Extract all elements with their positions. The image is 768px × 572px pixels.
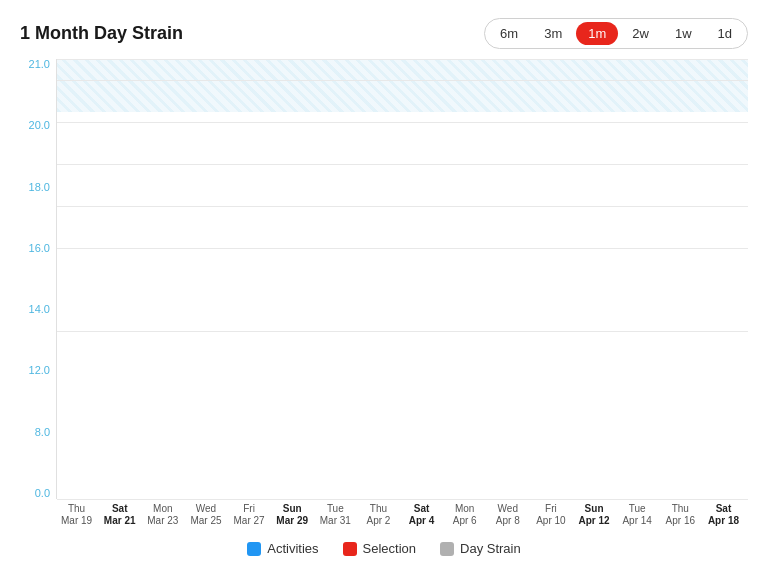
y-axis-label: 18.0 (29, 182, 50, 193)
bar-group (232, 59, 273, 499)
bar-group (318, 59, 359, 499)
grid-line (57, 499, 748, 500)
time-controls: 6m3m1m2w1w1d (484, 18, 748, 49)
x-day-label: Mon (153, 503, 172, 515)
chart-area: 21.020.018.016.014.012.08.00.0 ThuMar 19… (20, 59, 748, 535)
x-label-group: FriApr 10 (530, 499, 571, 535)
bar-group (703, 59, 744, 499)
time-btn-6m[interactable]: 6m (488, 22, 530, 45)
time-btn-1m[interactable]: 1m (576, 22, 618, 45)
y-axis-label: 8.0 (35, 427, 50, 438)
bar-group (446, 59, 487, 499)
bar-group (618, 59, 659, 499)
time-btn-3m[interactable]: 3m (532, 22, 574, 45)
x-day-label: Wed (498, 503, 518, 515)
x-date-label: Apr 4 (409, 515, 435, 527)
x-date-label: Apr 12 (579, 515, 610, 527)
x-day-label: Sat (112, 503, 128, 515)
bar-group (404, 59, 445, 499)
bar-group (575, 59, 616, 499)
x-date-label: Apr 2 (366, 515, 390, 527)
x-date-label: Apr 10 (536, 515, 565, 527)
x-label-group: MonApr 6 (444, 499, 485, 535)
legend-activities: Activities (247, 541, 318, 556)
legend-dot-activities (247, 542, 261, 556)
legend-activities-label: Activities (267, 541, 318, 556)
x-day-label: Thu (370, 503, 387, 515)
x-day-label: Sat (716, 503, 732, 515)
x-label-group: SatMar 21 (99, 499, 140, 535)
x-day-label: Fri (545, 503, 557, 515)
bar-group (275, 59, 316, 499)
x-label-group: SatApr 18 (703, 499, 744, 535)
x-day-label: Sat (414, 503, 430, 515)
x-date-label: Mar 19 (61, 515, 92, 527)
y-axis: 21.020.018.016.014.012.08.00.0 (20, 59, 56, 535)
x-label-group: WedMar 25 (185, 499, 226, 535)
legend-selection: Selection (343, 541, 416, 556)
x-label-group: ThuApr 2 (358, 499, 399, 535)
y-axis-label: 0.0 (35, 488, 50, 499)
x-day-label: Mon (455, 503, 474, 515)
chart-inner: ThuMar 19SatMar 21MonMar 23WedMar 25FriM… (56, 59, 748, 535)
x-date-label: Apr 14 (622, 515, 651, 527)
x-label-group: TueMar 31 (315, 499, 356, 535)
x-day-label: Wed (196, 503, 216, 515)
x-day-label: Tue (327, 503, 344, 515)
x-label-group: ThuMar 19 (56, 499, 97, 535)
x-date-label: Apr 6 (453, 515, 477, 527)
x-day-label: Tue (629, 503, 646, 515)
bar-group (660, 59, 701, 499)
chart-title: 1 Month Day Strain (20, 23, 183, 44)
time-btn-1d[interactable]: 1d (706, 22, 744, 45)
x-date-label: Apr 18 (708, 515, 739, 527)
legend-day-strain: Day Strain (440, 541, 521, 556)
chart-header: 1 Month Day Strain 6m3m1m2w1w1d (20, 18, 748, 49)
y-axis-label: 20.0 (29, 120, 50, 131)
x-label-group: TueApr 14 (617, 499, 658, 535)
x-date-label: Mar 29 (276, 515, 308, 527)
time-btn-2w[interactable]: 2w (620, 22, 661, 45)
y-axis-label: 21.0 (29, 59, 50, 70)
x-day-label: Sun (585, 503, 604, 515)
bar-group (189, 59, 230, 499)
bar-group (104, 59, 145, 499)
legend: Activities Selection Day Strain (20, 541, 748, 558)
legend-dot-selection (343, 542, 357, 556)
legend-day-strain-label: Day Strain (460, 541, 521, 556)
x-day-label: Fri (243, 503, 255, 515)
bars-container (57, 59, 748, 499)
bars-area (56, 59, 748, 499)
x-day-label: Thu (672, 503, 689, 515)
bar-group (489, 59, 530, 499)
bar-group (532, 59, 573, 499)
x-date-label: Apr 8 (496, 515, 520, 527)
x-label-group: SunMar 29 (272, 499, 313, 535)
x-label-group: FriMar 27 (229, 499, 270, 535)
y-axis-label: 14.0 (29, 304, 50, 315)
x-label-group: MonMar 23 (142, 499, 183, 535)
x-label-group: SunApr 12 (574, 499, 615, 535)
bar-group (361, 59, 402, 499)
x-label-group: WedApr 8 (487, 499, 528, 535)
y-axis-label: 12.0 (29, 365, 50, 376)
x-day-label: Thu (68, 503, 85, 515)
x-date-label: Mar 25 (190, 515, 221, 527)
x-date-label: Apr 16 (666, 515, 695, 527)
x-date-label: Mar 21 (104, 515, 136, 527)
x-day-label: Sun (283, 503, 302, 515)
bar-group (147, 59, 188, 499)
x-date-label: Mar 23 (147, 515, 178, 527)
x-label-group: ThuApr 16 (660, 499, 701, 535)
y-axis-label: 16.0 (29, 243, 50, 254)
bar-group (61, 59, 102, 499)
legend-dot-day-strain (440, 542, 454, 556)
x-axis: ThuMar 19SatMar 21MonMar 23WedMar 25FriM… (56, 499, 748, 535)
legend-selection-label: Selection (363, 541, 416, 556)
x-date-label: Mar 27 (234, 515, 265, 527)
main-container: 1 Month Day Strain 6m3m1m2w1w1d 21.020.0… (0, 0, 768, 572)
x-date-label: Mar 31 (320, 515, 351, 527)
x-label-group: SatApr 4 (401, 499, 442, 535)
time-btn-1w[interactable]: 1w (663, 22, 704, 45)
